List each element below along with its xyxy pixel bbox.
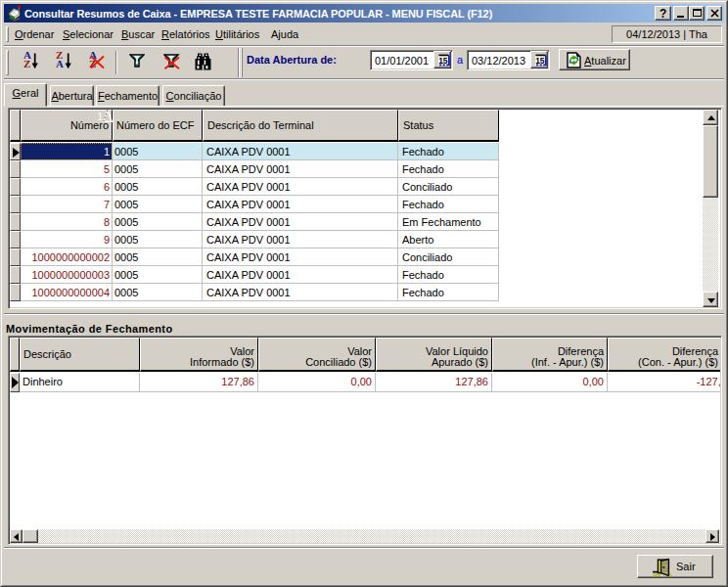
svg-text:15: 15	[438, 56, 447, 66]
svg-text:15: 15	[535, 56, 544, 66]
